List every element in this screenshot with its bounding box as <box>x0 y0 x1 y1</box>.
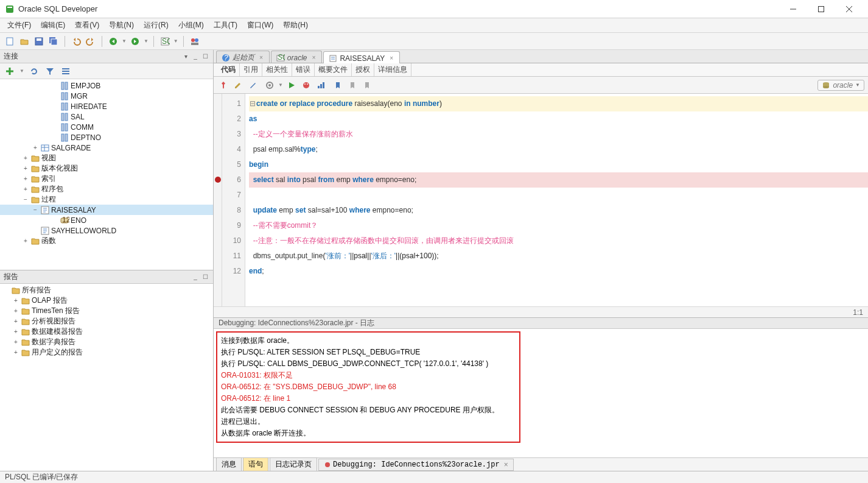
expand-icon[interactable]: + <box>22 175 29 182</box>
log-tab-Debugging: IdeConnections%23oracle.jpr[interactable]: Debugging: IdeConnections%23oracle.jpr× <box>318 459 514 471</box>
edit-button[interactable] <box>232 79 244 91</box>
refresh-button[interactable] <box>28 65 40 77</box>
code-area[interactable]: ⊟create or replace procedure raisesalay(… <box>245 94 868 306</box>
log-tab-语句[interactable]: 语句 <box>243 457 268 471</box>
expand-icon[interactable]: + <box>12 297 19 304</box>
reports-tree[interactable]: 所有报告+OLAP 报告+TimesTen 报告+分析视图报告+数据建模器报告+… <box>0 284 213 471</box>
code-line[interactable]: select sal into psal from emp where empn… <box>249 172 868 188</box>
dropdown-arrow-icon[interactable]: ▼ <box>122 38 127 44</box>
minimize-button[interactable] <box>779 0 807 18</box>
dropdown-arrow-icon[interactable]: ▼ <box>278 82 283 88</box>
code-line[interactable] <box>249 188 868 203</box>
code-line[interactable]: begin <box>249 157 868 172</box>
tree-node[interactable]: +数据建模器报告 <box>0 326 213 337</box>
tree-node[interactable]: +分析视图报告 <box>0 316 213 326</box>
wand-button[interactable] <box>247 79 259 91</box>
subtab-授权[interactable]: 授权 <box>352 63 374 76</box>
close-icon[interactable]: × <box>259 54 263 61</box>
tree-node[interactable]: +程序包 <box>0 184 213 194</box>
pin-button[interactable] <box>217 79 229 91</box>
menu-窗口[interactable]: 窗口(W) <box>242 19 278 32</box>
save-all-button[interactable] <box>47 35 60 48</box>
code-line[interactable]: as <box>249 111 868 127</box>
code-editor[interactable]: 123456789101112 ⊟create or replace proce… <box>214 94 868 306</box>
tree-node[interactable]: +函数 <box>0 236 213 246</box>
tree-node[interactable]: DEPTNO <box>0 132 213 143</box>
menu-文件[interactable]: 文件(F) <box>2 19 36 32</box>
menu-运行[interactable]: 运行(R) <box>139 19 173 32</box>
subtab-详细信息[interactable]: 详细信息 <box>374 63 411 76</box>
tree-node[interactable]: HIREDATE <box>0 101 213 111</box>
log-tab-消息[interactable]: 消息 <box>216 457 242 471</box>
close-icon[interactable]: × <box>312 54 316 61</box>
expand-icon[interactable]: + <box>22 165 29 172</box>
subtab-代码[interactable]: 代码 <box>217 63 240 76</box>
code-line[interactable]: ⊟create or replace procedure raisesalay(… <box>249 96 868 111</box>
subtab-错误[interactable]: 错误 <box>292 63 315 76</box>
tab-RAISESALAY[interactable]: RAISESALAY× <box>323 51 400 63</box>
breakpoint-icon[interactable] <box>215 177 221 183</box>
redo-button[interactable] <box>85 35 97 48</box>
tree-node[interactable]: +SALGRADE <box>0 143 213 153</box>
tree-node[interactable]: −过程 <box>0 194 213 205</box>
breakpoint-gutter[interactable] <box>214 94 222 306</box>
expand-icon[interactable]: + <box>12 339 19 345</box>
profile-button[interactable] <box>315 79 327 91</box>
close-icon[interactable]: × <box>390 55 393 62</box>
tab-oracle[interactable]: SQLoracle× <box>271 51 323 63</box>
tree-node[interactable]: −RAISESALAY <box>0 205 213 215</box>
tree-node[interactable]: COMM <box>0 122 213 132</box>
bookmark-button[interactable] <box>332 79 344 91</box>
menu-查看[interactable]: 查看(V) <box>70 19 104 32</box>
tree-node[interactable]: +用户定义的报告 <box>0 347 213 358</box>
maximize-button[interactable] <box>807 0 835 18</box>
subtab-相关性[interactable]: 相关性 <box>262 63 292 76</box>
close-panel-icon[interactable]: ☐ <box>201 273 209 281</box>
code-line[interactable]: dbms_output.put_line('涨前：'||psal||'涨后：'|… <box>249 249 868 264</box>
gear-button[interactable] <box>264 79 276 91</box>
tree-node[interactable]: EMPJOB <box>0 80 213 91</box>
expand-icon[interactable]: + <box>22 186 29 192</box>
expand-icon[interactable]: + <box>12 308 19 314</box>
expand-icon[interactable]: + <box>12 318 19 325</box>
connections-tree[interactable]: EMPJOBMGRHIREDATESALCOMMDEPTNO+SALGRADE+… <box>0 79 213 270</box>
tree-node[interactable]: +索引 <box>0 174 213 184</box>
dropdown-arrow-icon[interactable]: ▼ <box>19 68 24 74</box>
sql-worksheet-button[interactable]: SQL <box>159 35 171 48</box>
tree-node[interactable]: +TimesTen 报告 <box>0 306 213 316</box>
next-bookmark-button[interactable] <box>361 79 373 91</box>
expand-icon[interactable]: + <box>12 328 19 335</box>
debug-button[interactable] <box>300 79 312 91</box>
forward-button[interactable] <box>129 35 141 48</box>
subtab-概要文件[interactable]: 概要文件 <box>315 63 352 76</box>
minimize-panel-icon[interactable]: _ <box>191 52 200 61</box>
code-line[interactable]: psal emp.sal%type; <box>249 142 868 157</box>
tree-node[interactable]: +版本化视图 <box>0 163 213 174</box>
expand-icon[interactable]: + <box>32 144 39 151</box>
close-panel-icon[interactable]: ☐ <box>201 52 209 61</box>
code-line[interactable]: --需不需要commit？ <box>249 218 868 233</box>
close-icon[interactable]: × <box>504 460 508 469</box>
open-button[interactable] <box>18 35 30 48</box>
expand-icon[interactable]: + <box>12 349 19 356</box>
expand-icon[interactable]: − <box>32 206 39 213</box>
code-line[interactable]: --定义一个变量保存涨前的薪水 <box>249 127 868 142</box>
close-button[interactable] <box>835 0 863 18</box>
dropdown-arrow-icon[interactable]: ▼ <box>173 38 178 44</box>
back-button[interactable] <box>107 35 119 48</box>
log-tab-日志记录页[interactable]: 日志记录页 <box>270 457 317 471</box>
tree-node[interactable]: +数据字典报告 <box>0 337 213 347</box>
tree-node[interactable]: 所有报告 <box>0 285 213 295</box>
code-line[interactable]: end; <box>249 264 868 279</box>
tab-起始页[interactable]: ?起始页× <box>216 51 270 63</box>
tree-node[interactable]: SAL <box>0 111 213 122</box>
menu-工具[interactable]: 工具(T) <box>209 19 242 32</box>
menu-帮助[interactable]: 帮助(H) <box>278 19 313 32</box>
dropdown-arrow-icon[interactable]: ▼ <box>144 38 149 44</box>
subtab-引用[interactable]: 引用 <box>240 63 262 76</box>
run-button[interactable] <box>285 79 298 91</box>
dba-button[interactable] <box>189 35 201 48</box>
tree-node[interactable]: +OLAP 报告 <box>0 295 213 306</box>
minimize-panel-icon[interactable]: _ <box>191 273 200 281</box>
db-connection-chip[interactable]: oracle ▼ <box>817 80 864 91</box>
